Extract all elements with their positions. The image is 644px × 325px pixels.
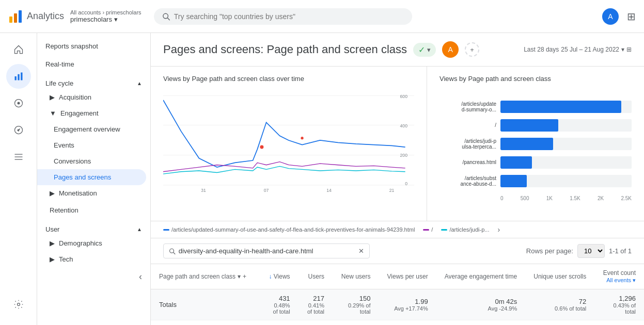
row-avg-engagement: 0m 42s	[436, 320, 526, 326]
status-dropdown-icon[interactable]: ▾	[427, 46, 431, 54]
legend-item-3[interactable]: /articles/judi-p...	[441, 226, 489, 233]
line-chart-container: 600 400 200 0 31	[163, 89, 414, 213]
sidebar-item-tech[interactable]: ▶ Tech	[37, 251, 150, 267]
th-views[interactable]: ↓ Views	[259, 264, 298, 289]
rows-control: Rows per page: 10 25 50 1-1 of 1	[526, 244, 632, 258]
icon-sidebar-bottom	[6, 292, 31, 325]
sidebar-explore-icon[interactable]	[6, 91, 31, 116]
svg-text:07: 07	[264, 188, 269, 192]
sidebar-item-engagement[interactable]: ▼ Engagement	[37, 105, 150, 121]
rows-per-page-label: Rows per page:	[526, 247, 573, 255]
grid-icon[interactable]: ⊞	[627, 10, 636, 23]
sidebar-item-acquisition[interactable]: ▶ Acquisition	[37, 89, 150, 105]
sidebar-item-retention[interactable]: Retention	[37, 201, 150, 219]
search-filter[interactable]: ✕	[163, 243, 370, 258]
pagination-label: 1-1 of 1	[609, 247, 632, 255]
sidebar-item-conversions[interactable]: Conversions	[37, 153, 150, 169]
bar-fill-4	[500, 156, 532, 169]
totals-new-users: 150 0.29% of total	[333, 289, 379, 320]
line-chart-title: Views by Page path and screen class over…	[163, 75, 414, 83]
legend-item-2[interactable]: /	[423, 226, 433, 233]
bar-label-5: /articles/substance-abuse-d...	[439, 175, 496, 187]
legend-dot-3	[441, 229, 447, 231]
sidebar-section-user[interactable]: User ▲	[37, 219, 150, 235]
avatar[interactable]: A	[602, 8, 619, 25]
bar-chart-container: /articles/updated-summary-o... / /articl…	[439, 89, 632, 213]
bar-row-5: /articles/substance-abuse-d...	[439, 175, 632, 187]
th-page-path[interactable]: Page path and screen class ▾ +	[151, 264, 259, 289]
th-users[interactable]: Users	[299, 264, 333, 289]
row-page-path[interactable]: 1 /diversity-and-equality-in-health-and-…	[151, 320, 259, 326]
legend-label-2: /	[431, 226, 433, 233]
row-views-per-user: 1.99	[379, 320, 436, 326]
totals-unique-scrolls: 72 0.6% of total	[525, 289, 594, 320]
table-container: Page path and screen class ▾ + ↓ Views U…	[151, 264, 644, 325]
filter-clear-icon[interactable]: ✕	[358, 247, 364, 255]
account-name[interactable]: primescholars ▾	[70, 15, 142, 23]
svg-text:200: 200	[400, 153, 408, 158]
svg-rect-2	[19, 10, 22, 23]
th-event-count[interactable]: Event count All events ▾	[594, 264, 644, 289]
sidebar-item-monetisation[interactable]: ▶ Monetisation	[37, 185, 150, 201]
date-range[interactable]: Last 28 days 25 Jul – 21 Aug 2022 ▾ ⊞	[524, 46, 632, 53]
sidebar-configure-icon[interactable]	[6, 144, 31, 169]
page-title-area: Pages and screens: Page path and screen …	[163, 41, 479, 58]
totals-avg-engagement: 0m 42s Avg -24.9%	[436, 289, 526, 320]
svg-text:21: 21	[389, 188, 395, 192]
svg-point-9	[17, 102, 20, 105]
account-info: All accounts › primescholars primeschola…	[70, 9, 142, 23]
legend-dot-1	[163, 229, 169, 231]
bar-fill-5	[500, 175, 527, 187]
sidebar-home-icon[interactable]	[6, 37, 31, 62]
page-path-dropdown-icon[interactable]: ▾	[238, 273, 241, 280]
totals-label: Totals	[151, 289, 259, 320]
sidebar-settings-icon[interactable]	[6, 292, 31, 317]
th-unique-scrolls[interactable]: Unique user scrolls	[525, 264, 594, 289]
rows-per-page-select[interactable]: 10 25 50	[577, 244, 605, 258]
charts-row: Views by Page path and screen class over…	[151, 67, 644, 221]
search-input[interactable]	[174, 12, 404, 21]
main-content: Pages and screens: Page path and screen …	[151, 33, 644, 325]
nav-sidebar: Reports snapshot Real-time Life cycle ▲ …	[37, 33, 151, 325]
filter-search-icon	[169, 248, 176, 255]
sidebar-advertising-icon[interactable]	[6, 118, 31, 142]
bar-track-2	[500, 119, 632, 132]
legend-more-icon[interactable]: ›	[497, 225, 500, 234]
th-new-users[interactable]: New users	[333, 264, 379, 289]
bar-chart-title: Views by Page path and screen class	[439, 75, 632, 83]
filter-input[interactable]	[179, 247, 355, 255]
sidebar-item-reports-snapshot[interactable]: Reports snapshot	[37, 37, 150, 55]
compare-avatar[interactable]: A	[442, 41, 459, 58]
sidebar-section-lifecycle[interactable]: Life cycle ▲	[37, 73, 150, 89]
totals-event-count: 1,296 0.43% of total	[594, 289, 644, 320]
th-avg-engagement[interactable]: Average engagement time	[436, 264, 526, 289]
bar-row-3: /articles/judi-pulsa-terperca...	[439, 138, 632, 150]
table-row: 1 /diversity-and-equality-in-health-and-…	[151, 320, 644, 326]
search-bar[interactable]	[154, 8, 412, 25]
sidebar-item-real-time[interactable]: Real-time	[37, 55, 150, 73]
all-events-dropdown[interactable]: All events ▾	[606, 277, 636, 283]
bar-fill-2	[500, 119, 558, 132]
legend-item-1[interactable]: /articles/updated-summary-of-use-and-saf…	[163, 226, 415, 233]
bar-label-1: /articles/updated-summary-o...	[439, 101, 496, 112]
page-title: Pages and screens: Page path and screen …	[163, 43, 407, 56]
row-unique-scrolls: 72	[525, 320, 594, 326]
date-settings-icon[interactable]: ⊞	[626, 46, 632, 53]
sidebar-item-demographics[interactable]: ▶ Demographics	[37, 235, 150, 251]
sidebar-item-engagement-overview[interactable]: Engagement overview	[37, 121, 150, 137]
add-column-icon[interactable]: +	[243, 273, 246, 280]
sidebar-reports-icon[interactable]	[6, 64, 31, 89]
lifecycle-chevron: ▲	[137, 80, 142, 86]
add-comparison-btn[interactable]: +	[465, 42, 479, 57]
svg-text:600: 600	[400, 94, 408, 99]
th-views-per-user[interactable]: Views per user	[379, 264, 436, 289]
svg-rect-0	[9, 17, 12, 23]
chart-legend: /articles/updated-summary-of-use-and-saf…	[151, 221, 644, 238]
sidebar-item-pages-screens[interactable]: Pages and screens	[37, 169, 146, 185]
row-views: 431	[259, 320, 298, 326]
sidebar-collapse-btn[interactable]: ‹	[37, 267, 150, 286]
icon-sidebar	[0, 33, 37, 325]
acquisition-expand-icon: ▶	[50, 93, 55, 101]
filter-bar: ✕ Rows per page: 10 25 50 1-1 of 1	[151, 238, 644, 264]
sidebar-item-events[interactable]: Events	[37, 137, 150, 153]
